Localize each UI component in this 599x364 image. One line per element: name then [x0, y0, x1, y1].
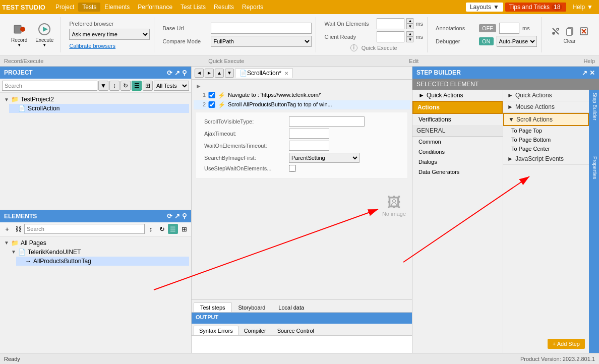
- source-control-tab[interactable]: Source Control: [272, 326, 320, 335]
- copy-icon[interactable]: [564, 25, 576, 37]
- client-ready-up[interactable]: ▲: [406, 31, 413, 37]
- nav-forward[interactable]: ►: [205, 69, 214, 78]
- scroll-visible-type-input[interactable]: ElementTopAtWindo: [289, 116, 365, 127]
- add-step-button[interactable]: + Add Step: [548, 339, 585, 349]
- tips-button[interactable]: Tips and Tricks 18: [505, 3, 567, 12]
- base-url-input[interactable]: [211, 23, 312, 34]
- syntax-errors-tab[interactable]: Syntax Errors: [194, 326, 238, 335]
- project-search-btn[interactable]: ▼: [98, 81, 108, 91]
- wait-elements-down[interactable]: ▼: [406, 24, 413, 29]
- menu-results[interactable]: Results: [210, 3, 238, 12]
- sb-popout-icon[interactable]: ↗: [582, 69, 587, 77]
- project-refresh-icon[interactable]: ⟳: [167, 69, 172, 77]
- all-pages-item[interactable]: ▼ 📁 All Pages: [2, 238, 189, 248]
- scroll-action-item[interactable]: 📄 ScrollAction: [9, 104, 189, 113]
- sb-right-quick-actions[interactable]: ► Quick Actions: [503, 90, 589, 101]
- debugger-toggle[interactable]: ON: [479, 37, 494, 45]
- execute-button[interactable]: Execute ▼: [32, 20, 56, 49]
- expand-collapse-btn[interactable]: ►: [196, 83, 202, 90]
- tab-test-steps[interactable]: Test steps: [194, 302, 232, 312]
- scissors-icon[interactable]: [550, 25, 562, 37]
- sb-to-page-top[interactable]: To Page Top: [503, 126, 589, 135]
- nav-back[interactable]: ◄: [195, 69, 204, 78]
- step-row-2[interactable]: 2 ⚡ Scroll AllProductsButtonTag to top o…: [194, 100, 410, 110]
- elements-filter-icon[interactable]: ⚲: [182, 212, 187, 220]
- menu-project[interactable]: Project: [51, 3, 78, 12]
- nav-down[interactable]: ▼: [225, 69, 234, 78]
- sb-to-page-bottom[interactable]: To Page Bottom: [503, 135, 589, 144]
- sb-right-scroll-actions[interactable]: ▼ Scroll Actions: [503, 113, 589, 126]
- help-button[interactable]: Help ▼: [568, 3, 597, 12]
- sb-to-page-center[interactable]: To Page Center: [503, 144, 589, 153]
- tab-storyboard[interactable]: Storyboard: [232, 302, 272, 312]
- expand-all-btn[interactable]: ⊞: [179, 224, 189, 234]
- menu-reports[interactable]: Reports: [238, 3, 267, 12]
- menu-tests[interactable]: Tests: [78, 3, 100, 12]
- elements-open-icon[interactable]: ↗: [174, 212, 180, 220]
- layouts-button[interactable]: Layouts ▼: [466, 3, 503, 12]
- view-toggle-btn[interactable]: ☰: [168, 224, 178, 234]
- wait-on-elements-input[interactable]: 15,000: [377, 18, 404, 29]
- menu-testlists[interactable]: Test Lists: [176, 3, 210, 12]
- sb-quick-actions[interactable]: ► Quick Actions: [412, 90, 503, 101]
- calibrate-link[interactable]: Calibrate browsers: [69, 43, 150, 49]
- sb-right-mouse-actions[interactable]: ► Mouse Actions: [503, 101, 589, 113]
- sb-conditions[interactable]: Conditions: [412, 147, 503, 157]
- sb-actions[interactable]: Actions: [412, 101, 503, 114]
- sb-right-js-events[interactable]: ► JavaScript Events: [503, 153, 589, 165]
- quick-execute-info[interactable]: i: [350, 44, 357, 51]
- sb-dialogs[interactable]: Dialogs: [412, 157, 503, 167]
- add-element-btn[interactable]: +: [2, 224, 12, 234]
- compiler-tab[interactable]: Compiler: [238, 326, 272, 335]
- all-products-button-tag-item[interactable]: → AllProductsButtonTag: [16, 257, 189, 266]
- all-tests-select[interactable]: All Tests: [154, 81, 189, 91]
- elements-search-input[interactable]: [24, 224, 145, 234]
- use-step-wait-check[interactable]: [289, 165, 296, 172]
- wait-elements-up[interactable]: ▲: [406, 18, 413, 24]
- sync-btn[interactable]: ↻: [157, 224, 167, 234]
- project-view-btn[interactable]: ☰: [132, 81, 142, 91]
- clear-icon[interactable]: [578, 25, 590, 37]
- sb-verifications[interactable]: Verifications: [412, 114, 503, 125]
- sb-close-icon[interactable]: ✕: [589, 69, 595, 77]
- project-search-input[interactable]: [2, 81, 97, 91]
- step-1-check[interactable]: [208, 92, 216, 98]
- menu-elements[interactable]: Elements: [100, 3, 134, 12]
- annotations-toggle[interactable]: OFF: [479, 24, 496, 32]
- sort-btn[interactable]: ↕: [146, 224, 156, 234]
- svg-point-1: [20, 27, 25, 32]
- menu-performance[interactable]: Performance: [134, 3, 176, 12]
- sb-data-generators[interactable]: Data Generators: [412, 167, 503, 177]
- auto-pause-select[interactable]: Auto-Pause: [497, 36, 537, 47]
- client-ready-down[interactable]: ▼: [406, 37, 413, 42]
- project-root-item[interactable]: ▼ 📁 TestProject2: [2, 95, 189, 104]
- telerik-expand[interactable]: ▼: [11, 249, 18, 255]
- record-button[interactable]: Record ▼: [8, 20, 30, 49]
- sb-common[interactable]: Common: [412, 137, 503, 147]
- telerik-page-item[interactable]: ▼ 📄 TelerikKendoUINET: [9, 248, 189, 257]
- project-expand-btn[interactable]: ⊞: [143, 81, 153, 91]
- preferred-browser-select[interactable]: Ask me every time: [69, 29, 150, 40]
- search-by-image-select[interactable]: ParentSetting: [289, 153, 360, 163]
- elements-refresh-icon[interactable]: ⟳: [167, 212, 172, 220]
- nav-up[interactable]: ▲: [215, 69, 224, 78]
- link-element-btn[interactable]: ⛓: [13, 224, 23, 234]
- project-filter-icon[interactable]: ⚲: [182, 69, 187, 77]
- annotations-value[interactable]: 400: [499, 23, 519, 34]
- all-pages-expand[interactable]: ▼: [4, 240, 11, 246]
- show-guide-button[interactable]: ? Show Guide: [596, 20, 599, 50]
- project-refresh-btn[interactable]: ↻: [121, 81, 131, 91]
- root-expand[interactable]: ▼: [4, 97, 11, 102]
- scroll-action-tab[interactable]: 📄 ScrollAction * ✕: [235, 68, 293, 78]
- close-tab-btn[interactable]: ✕: [284, 71, 288, 76]
- project-open-icon[interactable]: ↗: [174, 69, 180, 77]
- ajax-timeout-input[interactable]: 0: [289, 129, 329, 139]
- step-2-check[interactable]: [208, 101, 216, 108]
- tab-local-data[interactable]: Local data: [272, 302, 311, 312]
- compare-mode-select[interactable]: FullPath: [211, 36, 312, 47]
- step-builder-side-tab[interactable]: Step Builder: [589, 90, 599, 123]
- wait-elements-timeout-input[interactable]: 30000: [289, 141, 329, 151]
- properties-side-tab[interactable]: Properties: [589, 153, 599, 183]
- project-sort-btn[interactable]: ↕: [109, 81, 119, 91]
- client-ready-input[interactable]: 60,000: [377, 31, 404, 42]
